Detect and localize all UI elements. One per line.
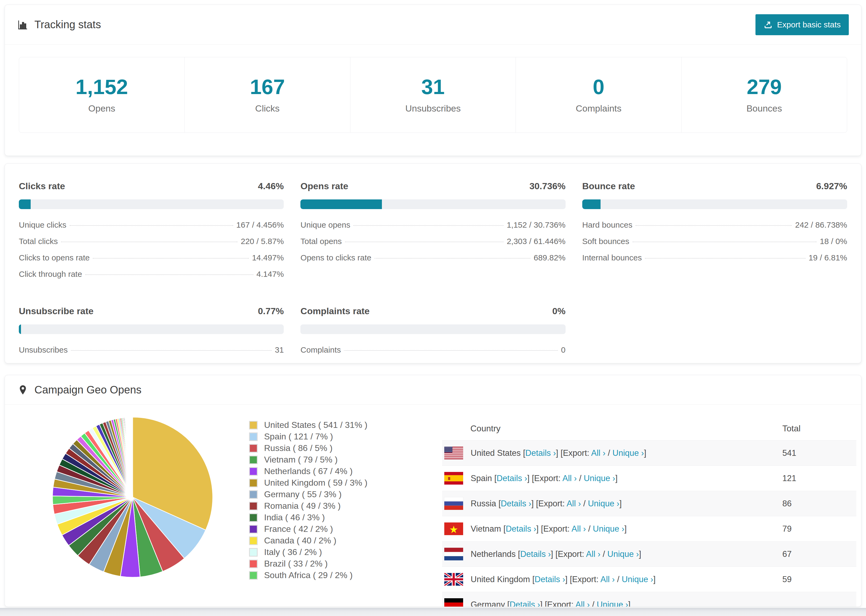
details-link[interactable]: Details ›: [520, 549, 551, 559]
rate-panel-unsubscribe-rate: Unsubscribe rate0.77%Unsubscribes31: [19, 306, 284, 362]
total-cell: 59: [783, 575, 856, 584]
export-unique-link[interactable]: Unique ›: [593, 524, 624, 533]
export-prefix: [Export:: [555, 549, 586, 559]
details-link[interactable]: Details ›: [525, 448, 556, 458]
legend-swatch: [249, 502, 258, 511]
rate-head-complaints-rate: Complaints rate0%: [301, 306, 565, 316]
country-name: Netherlands: [471, 549, 518, 559]
us-flag: [444, 447, 463, 459]
dotted-leader: [633, 242, 817, 242]
export-unique-link[interactable]: Unique ›: [612, 448, 644, 458]
country-name: United Kingdom: [471, 575, 532, 584]
legend-item-france: France ( 42 / 2% ): [249, 523, 367, 535]
legend-item-united-kingdom: United Kingdom ( 59 / 3% ): [249, 477, 367, 489]
legend-item-vietnam: Vietnam ( 79 / 5% ): [249, 454, 367, 465]
rate-lines: Hard bounces242 / 86.738%Soft bounces18 …: [582, 220, 847, 262]
export-basic-stats-button[interactable]: Export basic stats: [756, 14, 849, 35]
dotted-leader: [71, 350, 272, 351]
export-unique-link[interactable]: Unique ›: [584, 473, 615, 483]
country-text: United Kingdom [Details ›] [Export: All …: [471, 575, 656, 584]
stat-value-unsubscribes: 31: [422, 76, 445, 97]
export-unique-link[interactable]: Unique ›: [597, 600, 628, 607]
country-text: United States [Details ›] [Export: All ›…: [471, 448, 646, 458]
slash: /: [586, 524, 593, 533]
legend-label: United States ( 541 / 31% ): [264, 420, 367, 430]
table-row-spain: Spain [Details ›] [Export: All › / Uniqu…: [442, 465, 856, 491]
stat-value-complaints: 0: [593, 76, 604, 97]
export-all-link[interactable]: All ›: [572, 524, 586, 533]
export-all-link[interactable]: All ›: [591, 448, 605, 458]
rate-line-click-through-rate: Click through rate4.147%: [19, 270, 284, 279]
country-text: Germany [Details ›] [Export: All › / Uni…: [471, 600, 630, 607]
rate-line-unique-opens: Unique opens1,152 / 30.736%: [301, 220, 565, 229]
legend-swatch: [249, 444, 258, 453]
export-all-link[interactable]: All ›: [586, 549, 600, 559]
gb-flag: [444, 573, 463, 586]
bracket: ]: [536, 524, 541, 533]
export-prefix: [Export:: [532, 473, 562, 483]
export-all-link[interactable]: All ›: [600, 575, 614, 584]
rate-value: 0%: [553, 306, 565, 316]
rates-card: Clicks rate4.46%Unique clicks167 / 4.456…: [5, 163, 861, 363]
stat-box-opens: 1,152Opens: [19, 57, 185, 132]
rate-panel-bounce-rate: Bounce rate6.927%Hard bounces242 / 86.73…: [582, 181, 847, 286]
progress-bar-fill: [19, 200, 31, 209]
rate-head-unsubscribe-rate: Unsubscribe rate0.77%: [19, 306, 284, 316]
legend-swatch: [249, 421, 258, 429]
total-cell: 121: [783, 473, 856, 483]
table-row-russia: Russia [Details ›] [Export: All › / Uniq…: [442, 491, 856, 516]
rate-line-clicks-to-opens-rate: Clicks to opens rate14.497%: [19, 253, 284, 262]
export-unique-link[interactable]: Unique ›: [607, 549, 639, 559]
legend-swatch: [249, 490, 258, 499]
rate-line-complaints: Complaints0: [301, 345, 565, 355]
page-title: Tracking stats: [35, 19, 101, 31]
export-all-link[interactable]: All ›: [567, 499, 581, 508]
rate-panel-opens-rate: Opens rate30.736%Unique opens1,152 / 30.…: [301, 181, 565, 286]
legend-item-italy: Italy ( 36 / 2% ): [249, 546, 367, 558]
slash: /: [605, 448, 612, 458]
legend-item-romania: Romania ( 49 / 3% ): [249, 500, 367, 512]
export-all-link[interactable]: All ›: [562, 473, 576, 483]
line-label: Click through rate: [19, 270, 82, 279]
progress-bar-unsubscribe-rate: [19, 324, 284, 334]
country-name: Vietnam: [471, 524, 504, 533]
country-name: Russia: [471, 499, 498, 508]
line-value: 31: [275, 345, 284, 355]
slash: /: [600, 549, 607, 559]
progress-bar-fill: [582, 200, 601, 209]
stat-value-bounces: 279: [747, 76, 782, 97]
details-link[interactable]: Details ›: [535, 575, 565, 584]
line-value: 242 / 86.738%: [795, 220, 847, 229]
rate-head-bounce-rate: Bounce rate6.927%: [582, 181, 847, 191]
campaign-geo-opens-card: Campaign Geo Opens United States ( 541 /…: [5, 375, 861, 607]
details-link[interactable]: Details ›: [497, 473, 527, 483]
dotted-leader: [375, 258, 531, 259]
legend-swatch: [249, 536, 258, 545]
legend-swatch: [249, 559, 258, 568]
legend-label: United Kingdom ( 59 / 3% ): [264, 478, 367, 488]
export-all-link[interactable]: All ›: [575, 600, 589, 607]
es-flag: [444, 472, 463, 485]
bracket: ]: [551, 549, 555, 559]
line-label: Opens to clicks rate: [301, 253, 371, 262]
export-unique-link[interactable]: Unique ›: [588, 499, 619, 508]
bracket: ]: [653, 575, 656, 584]
country-text: Netherlands [Details ›] [Export: All › /…: [471, 549, 641, 559]
details-link[interactable]: Details ›: [505, 524, 536, 533]
export-prefix: [Export:: [570, 575, 601, 584]
legend-label: Netherlands ( 67 / 4% ): [264, 466, 353, 476]
line-label: Total clicks: [19, 237, 58, 246]
rate-title: Clicks rate: [19, 181, 65, 191]
export-unique-link[interactable]: Unique ›: [622, 575, 653, 584]
bracket: ]: [527, 473, 532, 483]
tracking-stats-card: Tracking stats Export basic stats 1,152O…: [5, 5, 861, 156]
legend-swatch: [249, 548, 258, 556]
legend-swatch: [249, 456, 258, 464]
total-cell: 541: [783, 448, 856, 458]
de-flag: [444, 598, 463, 607]
line-label: Hard bounces: [582, 220, 633, 229]
legend-swatch: [249, 513, 258, 522]
bracket: ]: [556, 448, 561, 458]
details-link[interactable]: Details ›: [501, 499, 531, 508]
details-link[interactable]: Details ›: [510, 600, 540, 607]
